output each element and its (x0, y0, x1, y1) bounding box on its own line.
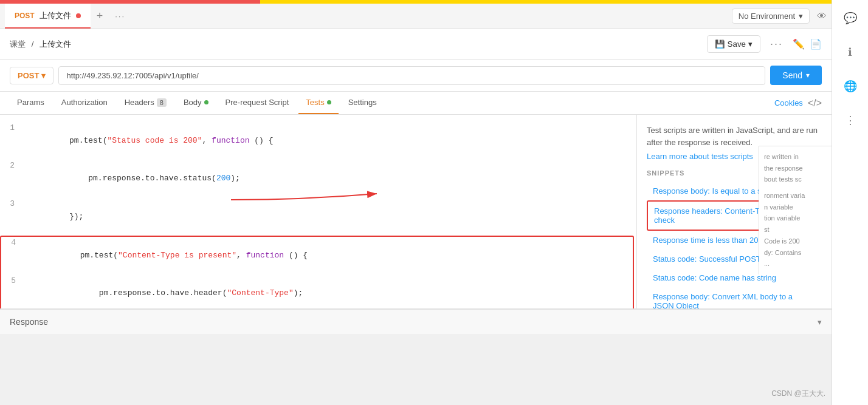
line-number-4: 4 (1, 237, 23, 274)
right-sidebar: 💬 ℹ 🌐 ⋮ (832, 0, 868, 334)
chevron-down-icon: ▾ (799, 12, 803, 21)
tab-tests[interactable]: Tests (298, 92, 338, 114)
tab-unsaved-dot (76, 13, 81, 18)
partial-line-3: bout tests sc (764, 174, 827, 185)
send-label: Send (782, 70, 802, 80)
line-content-1: pm.test("Status code is 200", function (… (22, 122, 636, 160)
eye-icon[interactable]: 👁 (817, 11, 827, 22)
tab-bar: POST 上传文件 + ··· No Environment ▾ 👁 (0, 4, 832, 29)
sidebar-more-icon[interactable]: ⋮ (838, 108, 863, 132)
code-editor[interactable]: 1 pm.test("Status code is 200", function… (0, 115, 637, 308)
method-label: POST (18, 71, 39, 80)
partial-line-2: the response (764, 163, 827, 174)
line-number-2: 2 (0, 160, 22, 197)
env-label: No Environment (739, 12, 795, 21)
tab-headers[interactable]: Headers 8 (117, 92, 174, 114)
tab-title: 上传文件 (40, 10, 71, 21)
line-number-3: 3 (0, 198, 22, 236)
tab-authorization-label: Authorization (61, 98, 108, 107)
sidebar-info-icon[interactable]: ℹ (838, 40, 863, 64)
line-content-4: pm.test("Content-Type is present", funct… (23, 237, 633, 274)
line-content-3: }); (22, 198, 636, 236)
main-content: 1 pm.test("Status code is 200", function… (0, 115, 832, 309)
tab-authorization[interactable]: Authorization (54, 92, 115, 114)
line-content-5: pm.response.to.have.header("Content-Type… (23, 275, 633, 308)
partial-line-9: dy: Contains (764, 247, 827, 259)
new-tab-button[interactable]: + (91, 10, 109, 22)
method-chevron-icon: ▾ (41, 71, 46, 80)
breadcrumb-parent: 课堂 (10, 39, 26, 49)
environment-area: No Environment ▾ 👁 (732, 9, 827, 24)
body-dot (204, 100, 208, 104)
tab-params[interactable]: Params (10, 92, 52, 114)
line-number-5: 5 (1, 275, 23, 308)
code-line-5: 5 pm.response.to.have.header("Content-Ty… (1, 275, 633, 308)
code-line-4: 4 pm.test("Content-Type is present", fun… (1, 237, 633, 274)
method-selector[interactable]: POST ▾ (10, 67, 53, 84)
tab-settings-label: Settings (348, 98, 377, 107)
save-button[interactable]: 💾 Save ▾ (707, 35, 760, 53)
tab-settings[interactable]: Settings (341, 92, 384, 114)
doc-icon[interactable]: 📄 (810, 38, 822, 50)
tab-method-badge: POST (15, 12, 35, 20)
partial-line-8: Code is 200 (764, 236, 827, 247)
request-tabs-row: Params Authorization Headers 8 Body Pre-… (0, 92, 832, 115)
tab-headers-label: Headers (125, 98, 154, 107)
save-icon: 💾 (715, 39, 725, 49)
code-line-1: 1 pm.test("Status code is 200", function… (0, 122, 636, 160)
partial-line-7: st (764, 224, 827, 236)
more-options-button[interactable]: ··· (765, 35, 788, 53)
partial-line-10: ... (764, 258, 827, 270)
snippet-item-convert-xml[interactable]: Response body: Convert XML body to a JSO… (647, 287, 822, 308)
tests-dot (327, 100, 331, 104)
tab-more-button[interactable]: ··· (109, 12, 131, 21)
response-section[interactable]: Response ▾ (0, 309, 832, 334)
partial-line-6: tion variable (764, 213, 827, 224)
sidebar-environment-icon[interactable]: 🌐 (838, 74, 863, 98)
tab-params-label: Params (17, 98, 44, 107)
response-label: Response (10, 317, 48, 327)
request-title-bar: 课堂 / 上传文件 💾 Save ▾ ··· ✏️ 📄 (0, 29, 832, 60)
sidebar-comment-icon[interactable]: 💬 (838, 6, 863, 30)
breadcrumb-current: 上传文件 (40, 39, 71, 49)
partial-divider (764, 185, 827, 190)
send-arrow-icon: ▾ (806, 71, 810, 80)
url-bar: POST ▾ Send ▾ (0, 60, 832, 92)
environment-selector[interactable]: No Environment ▾ (732, 9, 810, 24)
line-number-1: 1 (0, 122, 22, 160)
partial-line-4: ronment varia (764, 190, 827, 202)
save-label: Save (728, 39, 746, 49)
code-line-3: 3 }); (0, 198, 636, 236)
tab-prerequest-label: Pre-request Script (226, 98, 289, 107)
breadcrumb-separator: / (32, 39, 34, 49)
breadcrumb: 课堂 / 上传文件 (10, 39, 71, 50)
snippets-description: Test scripts are written in JavaScript, … (647, 124, 822, 148)
partial-right-panel: re written in the response bout tests sc… (759, 146, 832, 274)
partial-line-1: re written in (764, 151, 827, 163)
partial-line-5: n variable (764, 202, 827, 213)
tabs-right-area: Cookies </> (774, 98, 822, 109)
response-collapse-icon: ▾ (818, 318, 822, 327)
code-line-2: 2 pm.response.to.have.status(200); (0, 160, 636, 197)
active-tab[interactable]: POST 上传文件 (5, 4, 91, 29)
code-view-button[interactable]: </> (808, 98, 822, 109)
save-chevron-icon: ▾ (748, 39, 753, 49)
tab-body[interactable]: Body (176, 92, 216, 114)
send-button[interactable]: Send ▾ (770, 66, 822, 85)
edit-icon[interactable]: ✏️ (793, 38, 805, 50)
url-input[interactable] (58, 66, 765, 85)
line-content-2: pm.response.to.have.status(200); (22, 160, 636, 197)
toolbar-right: 💾 Save ▾ ··· ✏️ 📄 (707, 35, 822, 53)
tab-prerequest[interactable]: Pre-request Script (218, 92, 297, 114)
tab-tests-label: Tests (306, 98, 324, 107)
tab-body-label: Body (184, 98, 202, 107)
cookies-button[interactable]: Cookies (774, 98, 803, 107)
headers-badge: 8 (157, 98, 167, 107)
